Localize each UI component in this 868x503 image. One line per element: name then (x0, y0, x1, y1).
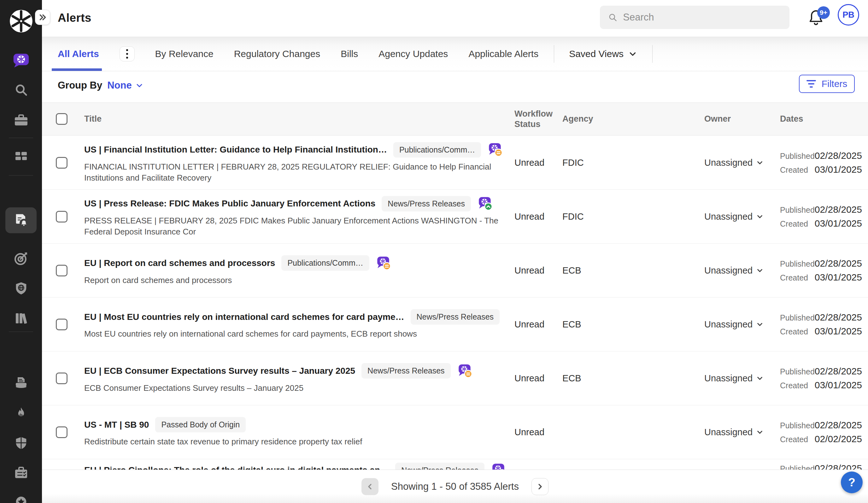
sidebar-item-reports[interactable] (0, 374, 42, 391)
workflow-status-value: Unread (515, 405, 562, 459)
published-label: Published (780, 313, 815, 322)
table-row[interactable]: EU | ECB Consumer Expectations Survey re… (42, 352, 868, 405)
column-owner[interactable]: Owner (657, 114, 767, 124)
dates-cell: Published 02/28/2025 Created 03/01/2025 (767, 136, 862, 189)
filters-button[interactable]: Filters (799, 75, 855, 93)
alert-type-badge: Passed Body of Origin (155, 417, 246, 432)
top-header: Alerts 9+ PB (42, 0, 868, 36)
help-button[interactable]: ? (841, 471, 862, 493)
table-row[interactable]: US | Press Release: FDIC Makes Public Ja… (42, 190, 868, 244)
created-date: 03/01/2025 (815, 326, 862, 337)
table-header: Title Workflow Status Agency Owner Dates (42, 103, 868, 136)
tab-bills[interactable]: Bills (341, 49, 358, 59)
alert-type-badge: Publications/Comm… (393, 142, 481, 158)
column-workflow-status[interactable]: Workflow Status (515, 109, 562, 129)
assistant-status-icon[interactable] (457, 363, 473, 379)
row-checkbox[interactable] (56, 265, 68, 276)
sidebar-divider (9, 332, 33, 332)
table-row[interactable]: US - MT | SB 90 Passed Body of Origin Re… (42, 405, 868, 459)
alerts-list: US | Financial Institution Letter: Guida… (42, 136, 868, 503)
alert-title[interactable]: EU | ECB Consumer Expectations Survey re… (84, 366, 355, 376)
assistant-status-icon[interactable] (376, 255, 391, 271)
next-page-button[interactable] (531, 478, 548, 495)
alerts-doc-bell-icon (13, 212, 29, 229)
tabs-divider (554, 45, 554, 63)
sidebar-item-risk[interactable] (0, 434, 42, 452)
agency-value (562, 405, 657, 459)
column-agency[interactable]: Agency (562, 114, 657, 124)
published-label: Published (780, 259, 815, 269)
sidebar-item-favorites[interactable] (0, 494, 42, 503)
created-date: 03/01/2025 (815, 380, 862, 390)
sidebar-expand-button[interactable] (35, 10, 50, 25)
alert-title[interactable]: US | Financial Institution Letter: Guida… (84, 145, 387, 155)
sidebar-item-enforcement[interactable] (0, 405, 42, 422)
owner-dropdown[interactable]: Unassigned (657, 244, 767, 297)
alert-title[interactable]: US | Press Release: FDIC Makes Public Ja… (84, 199, 375, 209)
dashboard-icon (13, 148, 29, 164)
saved-views-dropdown[interactable]: Saved Views (569, 49, 637, 59)
chevron-down-icon (136, 82, 143, 89)
group-by-dropdown[interactable]: None (107, 80, 143, 91)
table-row[interactable]: EU | Most EU countries rely on internati… (42, 297, 868, 352)
notifications-button[interactable]: 9+ (808, 9, 830, 31)
agency-value: ECB (562, 244, 657, 297)
previous-page-button[interactable] (361, 478, 379, 495)
sidebar-item-relevance[interactable] (0, 250, 42, 267)
tab-agency-updates[interactable]: Agency Updates (379, 49, 448, 59)
chevron-down-icon (756, 375, 763, 382)
alert-title[interactable]: EU | Most EU countries rely on internati… (84, 312, 404, 322)
sidebar-item-audit[interactable] (0, 464, 42, 482)
double-chevron-right-icon (39, 13, 47, 21)
assistant-status-icon[interactable] (487, 142, 503, 158)
created-label: Created (780, 166, 808, 175)
row-checkbox[interactable] (56, 373, 68, 384)
dates-cell: Published 02/28/2025 Created 03/01/2025 (767, 244, 862, 297)
created-label: Created (780, 381, 808, 390)
sidebar-item-assistant[interactable] (0, 50, 42, 70)
sidebar-item-global-compliance[interactable] (0, 280, 42, 297)
column-dates[interactable]: Dates (767, 114, 860, 124)
tab-all-alerts[interactable]: All Alerts (58, 49, 99, 59)
published-label: Published (780, 151, 815, 161)
row-checkbox[interactable] (56, 427, 68, 438)
created-date: 03/01/2025 (815, 272, 862, 283)
avatar[interactable]: PB (838, 4, 859, 25)
alert-subtitle: FINANCIAL INSTITUTION LETTER | FEBRUARY … (84, 161, 504, 184)
agency-value: ECB (562, 297, 657, 351)
row-checkbox[interactable] (56, 157, 68, 169)
sidebar-item-alerts[interactable] (0, 209, 42, 232)
sidebar-item-dashboard[interactable] (0, 147, 42, 165)
tab-options-button[interactable] (120, 46, 135, 62)
owner-dropdown[interactable]: Unassigned (657, 136, 767, 189)
alert-subtitle: Redistribute certain state tax revenue t… (84, 436, 362, 447)
alert-title[interactable]: US - MT | SB 90 (84, 420, 149, 430)
alert-title[interactable]: EU | Report on card schemes and processo… (84, 258, 275, 268)
global-search[interactable] (600, 6, 789, 29)
row-checkbox[interactable] (56, 318, 68, 330)
owner-dropdown[interactable]: Unassigned (657, 405, 767, 459)
alerts-tabs: All Alerts By Relevance Regulatory Chang… (42, 36, 868, 71)
sidebar (0, 0, 42, 503)
table-row[interactable]: EU | Report on card schemes and processo… (42, 244, 868, 297)
owner-dropdown[interactable]: Unassigned (657, 352, 767, 405)
assistant-status-icon[interactable] (477, 196, 493, 211)
alert-subtitle: PRESS RELEASE | FEBRUARY 28, 2025 FDIC M… (84, 215, 504, 237)
sidebar-item-library[interactable] (0, 310, 42, 327)
notification-count-badge: 9+ (817, 6, 830, 19)
sidebar-item-workspace[interactable] (0, 112, 42, 129)
owner-dropdown[interactable]: Unassigned (657, 190, 767, 243)
tab-applicable-alerts[interactable]: Applicable Alerts (468, 49, 538, 59)
sidebar-item-search[interactable] (0, 81, 42, 98)
search-input[interactable] (623, 12, 781, 23)
filter-icon (806, 80, 816, 87)
column-title[interactable]: Title (84, 114, 515, 124)
owner-dropdown[interactable]: Unassigned (657, 297, 767, 351)
row-checkbox[interactable] (56, 211, 68, 222)
tab-regulatory-changes[interactable]: Regulatory Changes (234, 49, 320, 59)
published-label: Published (780, 206, 815, 214)
tab-by-relevance[interactable]: By Relevance (155, 49, 214, 59)
table-row[interactable]: US | Financial Institution Letter: Guida… (42, 136, 868, 190)
dates-cell: Published 02/28/2025 Created 02/02/2025 (767, 405, 862, 459)
select-all-checkbox[interactable] (56, 113, 68, 125)
